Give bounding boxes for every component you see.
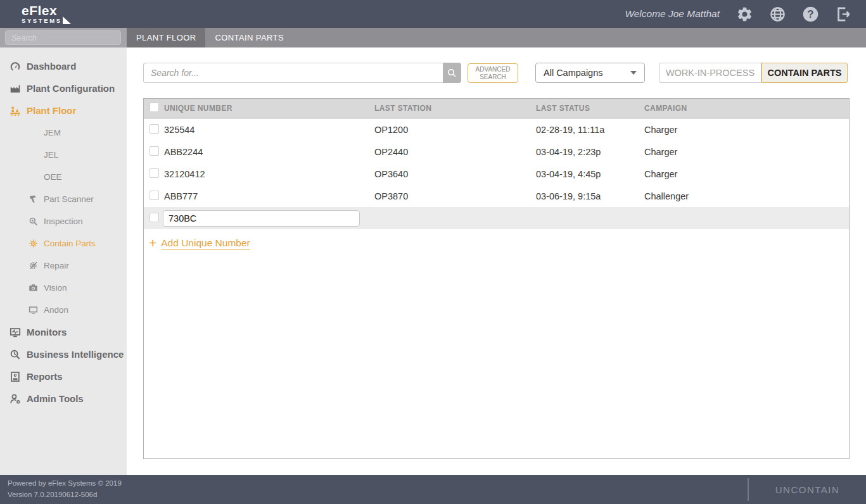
sidebar-item-label: Repair xyxy=(44,261,69,270)
part-scanner-icon xyxy=(28,194,38,205)
new-entry-row xyxy=(144,207,849,229)
cell-last-station: OP3870 xyxy=(374,191,536,201)
admin-tools-icon xyxy=(9,393,21,405)
sidebar-item-label: Plant Floor xyxy=(27,105,76,116)
mode-toggle-group: WORK-IN-PROCESS CONTAIN PARTS xyxy=(659,63,848,83)
search-bar xyxy=(143,63,461,83)
sidebar-item-oee[interactable]: OEE xyxy=(0,166,127,188)
results-table: UNIQUE NUMBER LAST STATION LAST STATUS C… xyxy=(143,98,850,459)
work-in-process-label: WORK-IN-PROCESS xyxy=(666,68,755,78)
help-icon[interactable]: ? xyxy=(802,6,819,23)
contain-parts-label: CONTAIN PARTS xyxy=(767,68,841,78)
sidebar-search-bar xyxy=(0,28,127,47)
table-row[interactable]: 325544 OP1200 02-28-19, 11:11a Charger xyxy=(144,118,849,141)
plus-icon: + xyxy=(149,236,156,249)
sidebar-item-label: Dashboard xyxy=(27,61,76,72)
table-row[interactable]: 32120412 OP3640 03-04-19, 4:45p Charger xyxy=(144,163,849,185)
sidebar-item-inspection[interactable]: Inspection xyxy=(0,210,127,232)
cell-last-status: 02-28-19, 11:11a xyxy=(536,125,644,135)
tab-contain-parts[interactable]: CONTAIN PARTS xyxy=(205,28,293,47)
sidebar-item-part-scanner[interactable]: Part Scanner xyxy=(0,188,127,210)
cell-unique-number: ABB2244 xyxy=(164,147,374,157)
column-header-campaign[interactable]: CAMPAIGN xyxy=(644,104,849,113)
sidebar-item-repair[interactable]: Repair xyxy=(0,255,127,277)
sidebar-item-plant-configuration[interactable]: Plant Configuration xyxy=(0,77,127,99)
sidebar-item-label: JEL xyxy=(44,150,58,160)
dashboard-icon xyxy=(9,60,21,72)
sidebar-item-plant-floor[interactable]: Plant Floor xyxy=(0,99,127,122)
business-intelligence-icon xyxy=(9,348,21,360)
row-checkbox[interactable] xyxy=(150,146,159,156)
sidebar-item-label: Contain Parts xyxy=(44,239,96,248)
jem-list-icon xyxy=(28,128,38,138)
footer-powered-by: Powered by eFlex Systems © 2019 xyxy=(8,478,122,489)
logo-swoosh xyxy=(63,16,71,24)
row-checkbox[interactable] xyxy=(150,213,159,222)
svg-text:?: ? xyxy=(807,8,813,20)
sidebar-item-jel[interactable]: JEL xyxy=(0,144,127,166)
sidebar-item-label: OEE xyxy=(44,172,62,182)
eflex-logo: eFlex SYSTEMS xyxy=(22,4,62,24)
sidebar-item-contain-parts[interactable]: Contain Parts xyxy=(0,232,127,255)
sidebar-item-vision[interactable]: Vision xyxy=(0,277,127,299)
cell-last-station: OP1200 xyxy=(374,125,536,135)
column-header-last-station[interactable]: LAST STATION xyxy=(374,104,536,113)
logo-text: eFlex xyxy=(22,4,62,17)
sidebar-nav: Dashboard Plant Configuration Plant Floo… xyxy=(0,47,127,475)
column-header-unique-number[interactable]: UNIQUE NUMBER xyxy=(164,104,374,113)
sidebar-item-dashboard[interactable]: Dashboard xyxy=(0,55,127,77)
sidebar-item-label: JEM xyxy=(44,128,61,137)
sidebar-item-reports[interactable]: Reports xyxy=(0,365,127,387)
advanced-search-button[interactable]: ADVANCED SEARCH xyxy=(468,63,518,83)
sidebar-item-label: Monitors xyxy=(27,327,67,337)
search-button[interactable] xyxy=(443,63,461,83)
sidebar-item-andon[interactable]: Andon xyxy=(0,299,127,321)
main-content: ADVANCED SEARCH All Campaigns WORK-IN-PR… xyxy=(127,47,866,475)
reports-icon xyxy=(9,370,21,382)
campaign-dropdown[interactable]: All Campaigns xyxy=(535,63,645,83)
table-row[interactable]: ABB2244 OP2440 03-04-19, 2:23p Charger xyxy=(144,141,849,163)
select-all-checkbox[interactable] xyxy=(150,103,159,112)
table-row[interactable]: ABB777 OP3870 03-06-19, 9:15a Challenger xyxy=(144,185,849,207)
sidebar-item-business-intelligence[interactable]: Business Intelligence xyxy=(0,343,127,365)
jel-grid-icon xyxy=(28,150,38,160)
row-checkbox[interactable] xyxy=(150,124,159,134)
new-unique-number-input[interactable] xyxy=(163,210,360,227)
repair-icon xyxy=(28,261,38,271)
search-input[interactable] xyxy=(143,63,443,83)
sidebar-item-jem[interactable]: JEM xyxy=(0,122,127,144)
sidebar-item-label: Andon xyxy=(44,305,68,315)
logout-icon[interactable] xyxy=(835,6,852,23)
sidebar-item-monitors[interactable]: Monitors xyxy=(0,321,127,343)
sidebar-item-label: Part Scanner xyxy=(44,194,94,204)
inspection-icon xyxy=(28,217,38,227)
cell-campaign: Charger xyxy=(644,169,849,179)
chevron-down-icon xyxy=(630,71,637,75)
campaign-dropdown-value: All Campaigns xyxy=(544,68,603,78)
work-in-process-button[interactable]: WORK-IN-PROCESS xyxy=(659,63,761,83)
row-checkbox[interactable] xyxy=(150,191,159,200)
tab-plant-floor[interactable]: PLANT FLOOR xyxy=(127,28,205,47)
column-header-last-status[interactable]: LAST STATUS xyxy=(536,104,644,113)
tab-label: CONTAIN PARTS xyxy=(215,33,284,42)
uncontain-button[interactable]: UNCONTAIN xyxy=(749,484,866,495)
search-icon xyxy=(447,68,457,79)
tab-label: PLANT FLOOR xyxy=(136,33,196,42)
row-checkbox[interactable] xyxy=(150,168,159,178)
plant-floor-icon xyxy=(9,104,21,117)
sidebar-search-input[interactable] xyxy=(5,30,121,45)
cell-unique-number: 32120412 xyxy=(164,169,374,179)
oee-bars-icon xyxy=(28,172,38,182)
globe-icon[interactable] xyxy=(769,6,786,23)
vision-icon xyxy=(28,283,38,293)
gear-icon[interactable] xyxy=(736,6,753,23)
cell-last-station: OP2440 xyxy=(374,147,536,157)
footer-version: Version 7.0.20190612-506d xyxy=(8,489,122,501)
table-header-row: UNIQUE NUMBER LAST STATION LAST STATUS C… xyxy=(144,99,849,118)
cell-campaign: Challenger xyxy=(644,191,849,201)
top-header-bar: eFlex SYSTEMS Welcome Joe Matthat ? xyxy=(0,0,866,28)
sidebar-item-admin-tools[interactable]: Admin Tools xyxy=(0,387,127,410)
contain-parts-button[interactable]: CONTAIN PARTS xyxy=(761,63,848,83)
add-unique-number-link[interactable]: + Add Unique Number xyxy=(149,236,849,249)
cell-last-status: 03-06-19, 9:15a xyxy=(536,191,644,201)
